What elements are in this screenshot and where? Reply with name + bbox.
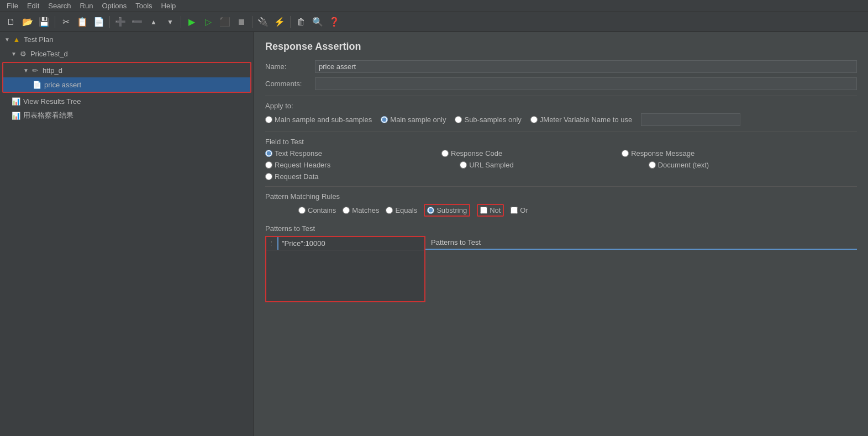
cut-button[interactable]: ✂ <box>58 14 73 30</box>
radio-main-sub-input[interactable] <box>265 116 272 123</box>
toolbar-sep-3 <box>181 16 181 28</box>
radio-document-text-input[interactable] <box>649 161 656 169</box>
menu-edit[interactable]: Edit <box>23 1 44 11</box>
radio-document-text[interactable]: Document (text) <box>649 161 709 169</box>
name-label: Name: <box>265 62 315 71</box>
search-toolbar-button[interactable]: 🔍 <box>310 14 325 30</box>
checkbox-not-input[interactable] <box>480 207 487 214</box>
radio-document-text-label: Document (text) <box>658 161 709 169</box>
radio-equals[interactable]: Equals <box>386 206 417 214</box>
radio-url-sampled[interactable]: URL Sampled <box>460 161 513 169</box>
pmr-options-row: Contains Matches Equals Substring <box>265 204 857 217</box>
tree-item-table-results[interactable]: 📊 用表格察看结果 <box>0 108 254 123</box>
checkbox-or[interactable]: Or <box>511 206 528 214</box>
radio-matches-label: Matches <box>352 206 379 214</box>
radio-response-code[interactable]: Response Code <box>441 149 502 157</box>
clear-button[interactable]: 🗑 <box>293 14 309 30</box>
tree-item-test-plan[interactable]: ▼ ▲ Test Plan <box>0 32 254 46</box>
test-plan-icon: ▲ <box>12 34 22 44</box>
add-button[interactable]: ➕ <box>113 14 128 30</box>
radio-substring-input[interactable] <box>427 207 434 214</box>
name-input[interactable] <box>315 60 857 73</box>
radio-contains-input[interactable] <box>298 207 306 214</box>
apply-to-group: Main sample and sub-samples Main sample … <box>265 113 857 126</box>
radio-matches[interactable]: Matches <box>343 206 379 214</box>
tree-item-view-results[interactable]: 📊 View Results Tree <box>0 94 254 108</box>
down-button[interactable]: ▼ <box>162 14 178 30</box>
start-button[interactable]: ▶ <box>184 14 199 30</box>
tree-label-price-assert: price assert <box>44 81 81 89</box>
radio-request-data-label: Request Data <box>275 172 319 181</box>
radio-url-sampled-input[interactable] <box>460 161 467 169</box>
stop-now-button[interactable]: ⏹ <box>234 14 249 30</box>
radio-matches-input[interactable] <box>343 207 350 214</box>
tree-item-price-test[interactable]: ▼ ⚙ PriceTest_d <box>0 46 254 61</box>
remote-button[interactable]: 🔌 <box>255 14 271 30</box>
remove-button[interactable]: ➖ <box>129 14 145 30</box>
radio-main-only[interactable]: Main sample only <box>381 115 446 124</box>
new-button[interactable]: 🗋 <box>3 14 19 30</box>
price-test-icon: ⚙ <box>18 49 28 59</box>
tree-label-http-d: http_d <box>43 66 62 75</box>
paste-button[interactable]: 📄 <box>91 14 107 30</box>
radio-request-headers-input[interactable] <box>265 161 272 169</box>
save-button[interactable]: 💾 <box>36 14 52 30</box>
patterns-column-header: Patterns to Test <box>425 236 857 250</box>
comments-input[interactable] <box>315 77 857 90</box>
open-button[interactable]: 📂 <box>20 14 35 30</box>
radio-request-data[interactable]: Request Data <box>265 172 319 181</box>
radio-text-response[interactable]: Text Response <box>265 149 322 157</box>
name-row: Name: <box>265 60 857 73</box>
start-no-pause-button[interactable]: ▷ <box>201 14 216 30</box>
tree-item-price-assert[interactable]: 📄 price assert <box>3 77 250 92</box>
radio-sub-only-input[interactable] <box>455 116 462 123</box>
radio-sub-only[interactable]: Sub-samples only <box>455 115 521 124</box>
radio-response-message-input[interactable] <box>622 150 629 157</box>
help-button[interactable]: ❓ <box>327 14 342 30</box>
checkbox-not[interactable]: Not <box>480 206 501 214</box>
radio-request-data-input[interactable] <box>265 173 272 180</box>
field-row-2: Request Headers URL Sampled Document (te… <box>265 161 857 169</box>
remote-all-button[interactable]: ⚡ <box>272 14 287 30</box>
pmr-section: Pattern Matching Rules Contains Matches … <box>265 192 857 217</box>
patterns-right-area: Patterns to Test <box>425 236 857 302</box>
jmeter-var-input[interactable] <box>641 113 740 126</box>
radio-text-response-input[interactable] <box>265 150 272 157</box>
stop-button[interactable]: ⬛ <box>217 14 233 30</box>
up-button[interactable]: ▲ <box>146 14 161 30</box>
radio-sub-only-label: Sub-samples only <box>464 115 521 124</box>
radio-main-only-input[interactable] <box>381 116 388 123</box>
radio-substring[interactable]: Substring <box>427 206 467 214</box>
radio-jmeter-var[interactable]: JMeter Variable Name to use <box>530 115 632 124</box>
tree-label-test-plan: Test Plan <box>24 35 53 44</box>
view-results-icon: 📊 <box>11 96 21 106</box>
divider-2 <box>265 132 857 132</box>
checkbox-or-input[interactable] <box>511 207 518 214</box>
tree-item-http-d[interactable]: ▼ ✏ http_d <box>3 63 250 77</box>
menu-tools[interactable]: Tools <box>131 1 156 11</box>
radio-main-only-label: Main sample only <box>390 115 446 124</box>
menu-help[interactable]: Help <box>157 1 181 11</box>
menu-run[interactable]: Run <box>76 1 98 11</box>
radio-request-headers[interactable]: Request Headers <box>265 161 330 169</box>
radio-response-message[interactable]: Response Message <box>622 149 695 157</box>
radio-main-sub[interactable]: Main sample and sub-samples <box>265 115 372 124</box>
menu-options[interactable]: Options <box>97 1 131 11</box>
radio-response-code-label: Response Code <box>451 149 502 157</box>
http-d-icon: ✏ <box>30 65 40 75</box>
radio-equals-input[interactable] <box>386 207 393 214</box>
substring-highlight-box: Substring <box>424 204 470 217</box>
main-layout: ▼ ▲ Test Plan ▼ ⚙ PriceTest_d ▼ ✏ http_d… <box>0 32 868 436</box>
pmr-label: Pattern Matching Rules <box>265 192 857 201</box>
divider-3 <box>265 186 857 187</box>
field-to-test-label: Field to Test <box>265 138 857 146</box>
radio-response-code-input[interactable] <box>441 150 449 157</box>
menu-search[interactable]: Search <box>44 1 75 11</box>
copy-button[interactable]: 📋 <box>75 14 90 30</box>
left-panel: ▼ ▲ Test Plan ▼ ⚙ PriceTest_d ▼ ✏ http_d… <box>0 32 254 436</box>
pattern-value[interactable]: "Price":10000 <box>277 237 424 250</box>
menu-file[interactable]: File <box>2 1 23 11</box>
radio-jmeter-var-input[interactable] <box>530 116 538 123</box>
patterns-to-test-section-label: Patterns to Test <box>265 224 857 233</box>
radio-contains[interactable]: Contains <box>298 206 336 214</box>
